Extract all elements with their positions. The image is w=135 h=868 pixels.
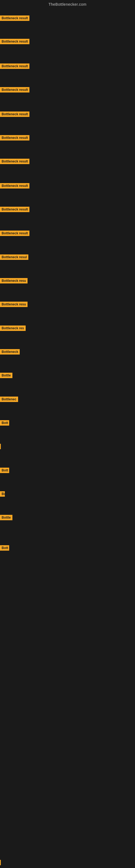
bottleneck-badge: Bott xyxy=(0,468,9,473)
bottleneck-result-item: Bottleneck res xyxy=(0,326,26,332)
bottleneck-badge: Bottleneck result xyxy=(0,183,30,188)
bottleneck-badge: Bottleneck result xyxy=(0,16,30,21)
bottleneck-badge: Bottleneck res xyxy=(0,326,26,331)
bottleneck-result-item: Bottleneck xyxy=(0,349,20,355)
bottleneck-badge: Bottle xyxy=(0,515,12,520)
bottleneck-badge: Bottleneck result xyxy=(0,135,30,141)
bottleneck-result-item: Bottleneck result xyxy=(0,159,30,165)
bottleneck-badge: Bottleneck resul xyxy=(0,254,28,260)
bottleneck-result-item: Bott xyxy=(0,545,9,552)
bottleneck-result-item: Bottleneck result xyxy=(0,16,30,22)
bottleneck-result-item: Bottleneck resu xyxy=(0,278,28,284)
bottleneck-result-item: Bottle xyxy=(0,515,12,521)
site-title: TheBottlenecker.com xyxy=(0,0,135,8)
bottleneck-badge: Bottleneck result xyxy=(0,87,30,93)
bottleneck-result-item: Bott xyxy=(0,468,9,474)
bottleneck-badge: Bottleneck resu xyxy=(0,278,28,283)
bottleneck-badge: Bo xyxy=(0,491,5,497)
bottleneck-result-item: Bottleneck result xyxy=(0,230,30,237)
bottleneck-badge: Bottleneck result xyxy=(0,207,30,212)
bottleneck-badge: Bottleneck result xyxy=(0,63,30,69)
bottleneck-result-item: Bottleneck result xyxy=(0,135,30,142)
bottleneck-result-item: Bottleneck result xyxy=(0,63,30,70)
bottleneck-badge: Bottlenec xyxy=(0,397,18,402)
bottleneck-result-item: Bottleneck resul xyxy=(0,254,28,261)
bottleneck-badge: Bott xyxy=(0,420,9,426)
cursor-indicator xyxy=(0,860,1,865)
bottleneck-result-item: Bottleneck result xyxy=(0,207,30,213)
bottleneck-badge: Bott xyxy=(0,545,9,551)
bottleneck-result-item: Bo xyxy=(0,491,5,498)
cursor-indicator xyxy=(0,444,1,449)
bottleneck-result-item: Bottleneck result xyxy=(0,112,30,118)
bottleneck-badge: Bottleneck result xyxy=(0,159,30,164)
bottleneck-badge: Bottle xyxy=(0,373,12,378)
bottleneck-badge: Bottleneck result xyxy=(0,39,30,44)
bottleneck-result-item: Bott xyxy=(0,420,9,427)
bottleneck-result-item: Bottle xyxy=(0,373,12,379)
bottleneck-result-item: Bottlenec xyxy=(0,397,18,403)
bottleneck-result-item: Bottleneck result xyxy=(0,183,30,190)
bottleneck-result-item: Bottleneck result xyxy=(0,39,30,45)
bottleneck-badge: Bottleneck result xyxy=(0,230,30,236)
bottleneck-badge: Bottleneck resu xyxy=(0,302,28,307)
bottleneck-result-item: Bottleneck resu xyxy=(0,302,28,308)
bottleneck-badge: Bottleneck result xyxy=(0,112,30,117)
bottleneck-badge: Bottleneck xyxy=(0,349,20,354)
bottleneck-result-item: Bottleneck result xyxy=(0,87,30,94)
